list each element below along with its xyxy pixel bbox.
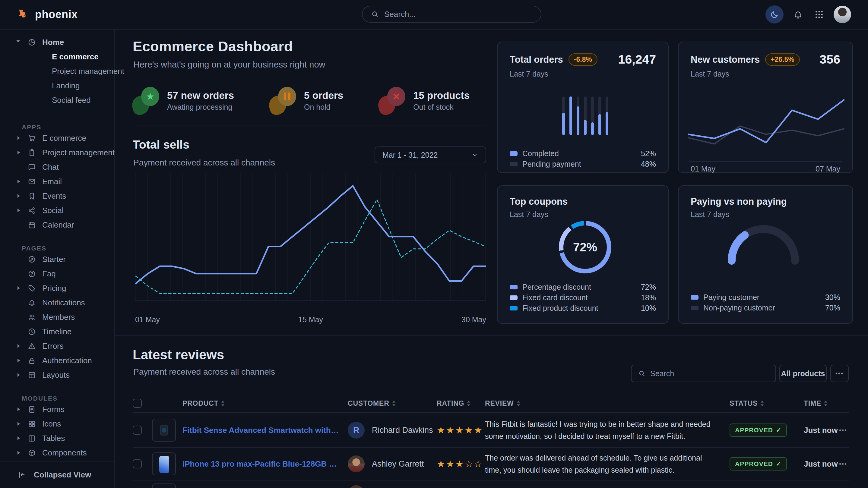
axis-end-label: 07 May — [815, 165, 840, 173]
share-icon — [28, 206, 36, 215]
moon-icon — [770, 10, 779, 19]
product-link[interactable]: Fitbit Sense Advanced Smartwatch with To… — [183, 425, 339, 435]
caret-right-icon — [18, 408, 20, 411]
latest-reviews-subtitle: Payment received across all channels — [133, 367, 275, 377]
sidebar-item-e-commerce-dashboard[interactable]: E commerce — [0, 50, 114, 64]
chat-icon — [28, 163, 36, 171]
product-thumbnail — [152, 484, 176, 488]
cart-icon — [28, 134, 36, 142]
sidebar-item-project-management-app[interactable]: Project management — [0, 145, 114, 160]
out-of-stock-x-icon: ✕ — [378, 87, 405, 115]
sidebar-item-errors[interactable]: Errors — [0, 339, 114, 353]
product-link[interactable]: iPhone 13 pro max-Pacific Blue-128GB sto… — [183, 459, 339, 468]
review-text: This Fitbit is fantastic! I was trying t… — [485, 418, 720, 442]
sidebar-item-social[interactable]: Social — [0, 203, 114, 218]
stat-out-of-stock: ✕ 15 products Out of stock — [378, 87, 470, 115]
caret-right-icon — [18, 136, 20, 140]
all-products-button[interactable]: All products — [779, 365, 827, 382]
column-header-review[interactable]: REVIEW — [485, 399, 521, 408]
help-circle-icon — [28, 270, 36, 278]
customer-avatar[interactable] — [348, 455, 365, 472]
caret-down-icon — [16, 40, 20, 44]
search-icon — [638, 370, 645, 377]
date-range-select[interactable]: Mar 1 - 31, 2022 — [375, 147, 486, 163]
row-checkbox[interactable] — [133, 459, 142, 468]
card-period: Last 7 days — [498, 67, 668, 78]
sidebar-item-icons[interactable]: Icons — [0, 417, 114, 431]
sidebar-item-ecommerce-app[interactable]: E commerce — [0, 131, 114, 145]
sidebar-item-members[interactable]: Members — [0, 310, 114, 324]
sidebar-item-project-management-dashboard[interactable]: Project management — [0, 64, 114, 78]
stat-new-orders: ★ 57 new orders Awating processing — [132, 87, 234, 115]
reviews-more-button[interactable]: ••• — [830, 365, 849, 382]
sidebar-item-pricing[interactable]: Pricing — [0, 281, 114, 295]
column-header-product[interactable]: PRODUCT — [183, 399, 225, 408]
sidebar-item-faq[interactable]: Faq — [0, 266, 114, 281]
reviews-search-input[interactable] — [650, 369, 769, 378]
theme-toggle-button[interactable] — [766, 5, 783, 24]
review-table-row: Fitbit Sense Advanced Smartwatch with To… — [133, 413, 849, 448]
row-more-button[interactable]: ••• — [839, 460, 847, 467]
notifications-button[interactable] — [792, 8, 805, 21]
brand-logo[interactable]: phoenix — [17, 0, 78, 29]
column-header-rating[interactable]: RATING — [437, 399, 471, 408]
user-avatar[interactable] — [834, 6, 851, 23]
sidebar-item-components[interactable]: Components — [0, 446, 114, 460]
sidebar-item-tables[interactable]: Tables — [0, 431, 114, 446]
sort-icon — [221, 400, 225, 407]
main-content: Ecommerce Dashboard Here's what's going … — [115, 29, 868, 488]
paying-gauge-chart — [724, 222, 803, 267]
sidebar-item-social-feed[interactable]: Social feed — [0, 93, 114, 107]
select-all-checkbox[interactable] — [133, 399, 142, 408]
card-title: New customers — [691, 54, 760, 65]
clock-icon — [28, 328, 36, 336]
row-more-button[interactable]: ••• — [839, 426, 847, 433]
caret-right-icon — [18, 151, 20, 154]
sidebar-item-landing[interactable]: Landing — [0, 78, 114, 93]
caret-right-icon — [18, 422, 20, 426]
customer-avatar[interactable]: R — [348, 422, 365, 438]
status-badge: APPROVED✓ — [730, 457, 787, 470]
package-icon — [28, 449, 36, 457]
bookmark-icon — [28, 192, 36, 200]
sidebar-item-home[interactable]: Home — [0, 35, 114, 50]
compass-icon — [28, 255, 36, 263]
reviews-search[interactable] — [631, 365, 776, 382]
sidebar-item-authentication[interactable]: Authentication — [0, 353, 114, 368]
sidebar-item-starter[interactable]: Starter — [0, 252, 114, 266]
apps-launcher-button[interactable] — [812, 8, 826, 21]
users-icon — [28, 313, 36, 321]
sidebar-item-events[interactable]: Events — [0, 189, 114, 203]
sidebar-item-notifications[interactable]: Notifications — [0, 295, 114, 310]
sidebar-item-chat[interactable]: Chat — [0, 160, 114, 174]
rating-stars: ★★★☆☆ — [437, 458, 483, 469]
clipboard-icon — [28, 149, 36, 157]
total-sells-line-chart — [135, 173, 486, 312]
product-thumbnail-fitbit[interactable] — [152, 419, 176, 442]
sidebar-item-calendar[interactable]: Calendar — [0, 218, 114, 232]
product-thumbnail-iphone[interactable] — [152, 452, 176, 475]
total-orders-change-badge: -6.8% — [568, 53, 597, 66]
search-icon — [371, 10, 379, 18]
stats-row: ★ 57 new orders Awating processing 5 ord… — [132, 87, 470, 115]
paying-vs-nonpaying-card: Paying vs non paying Last 7 days Paying … — [678, 185, 853, 324]
sort-icon — [392, 400, 396, 407]
sidebar-item-layouts[interactable]: Layouts — [0, 368, 114, 382]
header-divider — [133, 125, 486, 125]
sidebar-item-forms[interactable]: Forms — [0, 402, 114, 417]
column-header-status[interactable]: STATUS — [730, 399, 764, 408]
global-search-input[interactable] — [384, 9, 532, 19]
legend-row: Fixed product discount10% — [510, 303, 656, 314]
review-table-row-partial — [133, 481, 849, 488]
column-header-time[interactable]: TIME — [804, 399, 828, 408]
sidebar-item-email[interactable]: Email — [0, 174, 114, 189]
tag-icon — [28, 284, 36, 292]
column-header-customer[interactable]: CUSTOMER — [348, 399, 396, 408]
row-checkbox[interactable] — [133, 426, 142, 435]
card-title: Top coupons — [510, 196, 568, 207]
global-search[interactable] — [362, 6, 541, 23]
sidebar-section-apps: APPS — [0, 114, 114, 131]
sidebar-item-timeline[interactable]: Timeline — [0, 324, 114, 339]
brand-name: phoenix — [35, 8, 78, 21]
collapsed-view-button[interactable]: Collapsed View — [0, 466, 114, 484]
